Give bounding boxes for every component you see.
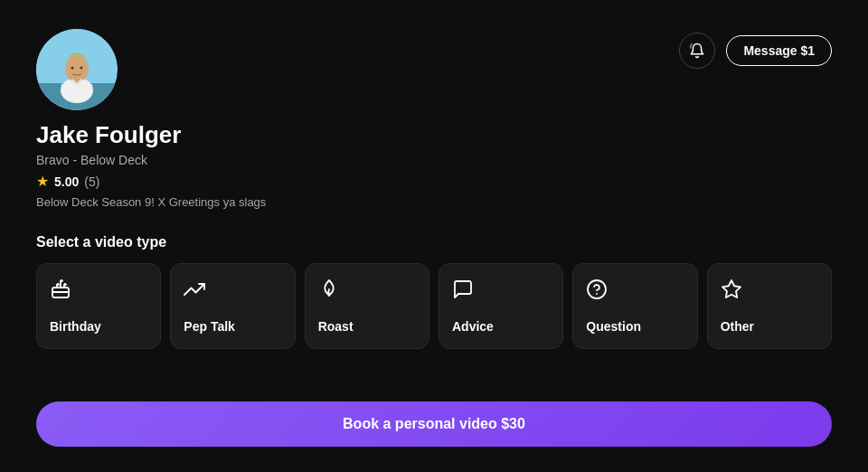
rating-count: (5) xyxy=(84,175,99,189)
video-type-advice[interactable]: Advice xyxy=(439,263,563,349)
video-types-grid: Birthday Pep Talk xyxy=(36,263,832,349)
profile-name: Jake Foulger xyxy=(36,121,266,149)
star-icon: ★ xyxy=(36,173,49,190)
pep-talk-icon xyxy=(184,278,205,306)
question-label: Question xyxy=(586,319,641,334)
video-type-pep-talk[interactable]: Pep Talk xyxy=(170,263,295,349)
pep-talk-label: Pep Talk xyxy=(184,319,235,334)
other-icon xyxy=(721,278,742,306)
book-video-button[interactable]: Book a personal video $30 xyxy=(36,401,832,447)
advice-label: Advice xyxy=(452,319,494,334)
question-icon xyxy=(586,278,608,306)
notification-button[interactable] xyxy=(679,33,715,69)
video-type-other[interactable]: Other xyxy=(707,263,832,349)
video-type-birthday[interactable]: Birthday xyxy=(36,263,161,349)
svg-point-5 xyxy=(71,67,74,70)
rating-value: 5.00 xyxy=(54,175,79,189)
avatar xyxy=(36,29,118,110)
birthday-icon xyxy=(50,278,71,306)
profile-show: Bravo - Below Deck xyxy=(36,153,266,167)
video-type-roast[interactable]: Roast xyxy=(305,263,429,349)
profile-tagline: Below Deck Season 9! X Greetings ya slag… xyxy=(36,195,266,209)
header-actions: Message $1 xyxy=(679,33,832,69)
profile-rating: ★ 5.00 (5) xyxy=(36,173,266,190)
message-button[interactable]: Message $1 xyxy=(726,35,832,66)
notification-icon xyxy=(689,42,705,59)
svg-point-4 xyxy=(65,55,89,82)
book-button-container: Book a personal video $30 xyxy=(36,401,832,447)
other-label: Other xyxy=(721,319,754,334)
section-title: Select a video type xyxy=(36,234,832,250)
video-type-section: Select a video type Birthday xyxy=(36,234,832,349)
video-type-question[interactable]: Question xyxy=(572,263,697,349)
roast-icon xyxy=(318,278,340,306)
svg-marker-10 xyxy=(722,280,741,297)
birthday-label: Birthday xyxy=(50,319,101,334)
advice-icon xyxy=(452,278,474,306)
roast-label: Roast xyxy=(318,319,354,334)
svg-point-8 xyxy=(588,280,606,298)
svg-point-6 xyxy=(80,67,83,70)
